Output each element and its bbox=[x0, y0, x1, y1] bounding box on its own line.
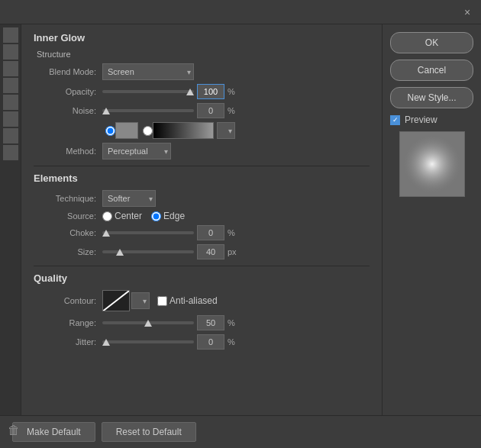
section-title-inner-glow: Inner Glow bbox=[34, 32, 370, 44]
sidebar-panel-item-6[interactable] bbox=[3, 111, 18, 127]
make-default-button[interactable]: Make Default bbox=[12, 422, 95, 442]
technique-row: Technique: Softer Precise bbox=[34, 190, 370, 207]
jitter-slider[interactable] bbox=[102, 340, 194, 343]
blend-mode-label: Blend Mode: bbox=[34, 67, 102, 76]
sidebar-panel-item-2[interactable] bbox=[3, 44, 18, 60]
radio-edge-input[interactable] bbox=[151, 211, 161, 221]
section-title-elements: Elements bbox=[34, 172, 370, 184]
preview-label: Preview bbox=[405, 114, 437, 125]
blend-mode-row: Blend Mode: Screen Normal Multiply Scree… bbox=[34, 63, 370, 80]
method-label: Method: bbox=[34, 147, 102, 156]
blend-mode-select-wrapper[interactable]: Screen Normal Multiply Screen Overlay bbox=[102, 63, 194, 80]
bottom-bar: Make Default Reset to Default 🗑 bbox=[0, 415, 481, 448]
choke-unit: % bbox=[228, 228, 240, 237]
color-swatch[interactable] bbox=[115, 122, 138, 139]
preview-image bbox=[399, 131, 465, 197]
noise-unit: % bbox=[228, 106, 240, 115]
technique-label: Technique: bbox=[34, 194, 102, 203]
opacity-slider[interactable] bbox=[102, 90, 194, 93]
jitter-unit: % bbox=[228, 337, 240, 346]
sub-title-structure: Structure bbox=[37, 50, 370, 59]
noise-slider[interactable] bbox=[102, 109, 194, 112]
radio-edge-label: Edge bbox=[163, 211, 185, 221]
cancel-button[interactable]: Cancel bbox=[390, 60, 473, 81]
sidebar-panel-item-4[interactable] bbox=[3, 78, 18, 93]
radio-solid-input[interactable] bbox=[105, 126, 115, 136]
jitter-row: Jitter: % bbox=[34, 334, 370, 350]
range-row: Range: % bbox=[34, 315, 370, 330]
contour-dropdown-wrapper[interactable] bbox=[131, 292, 150, 309]
divider-elements bbox=[34, 166, 370, 166]
dialog: × Inner Glow Structure Blend Mode: bbox=[0, 0, 481, 448]
right-panel: OK Cancel New Style... Preview bbox=[382, 24, 481, 415]
color-mode-row bbox=[34, 122, 370, 139]
range-input[interactable] bbox=[197, 315, 224, 330]
reset-to-default-button[interactable]: Reset to Default bbox=[102, 422, 196, 442]
close-button[interactable]: × bbox=[461, 6, 473, 18]
choke-slider[interactable] bbox=[102, 231, 194, 234]
radio-gradient-input[interactable] bbox=[143, 126, 153, 136]
preview-checkbox[interactable] bbox=[390, 115, 400, 125]
section-title-quality: Quality bbox=[34, 272, 370, 284]
noise-input[interactable] bbox=[197, 103, 224, 118]
sidebar-panel-item-1[interactable] bbox=[3, 27, 18, 43]
jitter-input[interactable] bbox=[197, 334, 224, 350]
left-sidebar bbox=[0, 24, 21, 415]
radio-center-label: Center bbox=[115, 211, 142, 221]
choke-label: Choke: bbox=[34, 228, 102, 237]
sidebar-panel-item-5[interactable] bbox=[3, 95, 18, 110]
size-row: Size: px bbox=[34, 244, 370, 259]
range-slider[interactable] bbox=[102, 321, 194, 324]
technique-select-wrapper[interactable]: Softer Precise bbox=[102, 190, 156, 207]
size-unit: px bbox=[228, 247, 240, 256]
trash-icon[interactable]: 🗑 bbox=[8, 424, 20, 437]
gradient-swatch[interactable] bbox=[153, 122, 214, 139]
blend-mode-select[interactable]: Screen Normal Multiply Screen Overlay bbox=[102, 63, 194, 80]
noise-label: Noise: bbox=[34, 106, 102, 115]
size-slider[interactable] bbox=[102, 250, 194, 253]
technique-select[interactable]: Softer Precise bbox=[102, 190, 156, 207]
radio-solid-color[interactable] bbox=[105, 126, 115, 136]
opacity-label: Opacity: bbox=[34, 87, 102, 96]
choke-input[interactable] bbox=[197, 225, 224, 240]
sidebar-panel-item-3[interactable] bbox=[3, 61, 18, 76]
source-row: Source: Center Edge bbox=[34, 211, 370, 221]
size-label: Size: bbox=[34, 247, 102, 256]
title-bar: × bbox=[0, 0, 481, 24]
sidebar-panel-item-7[interactable] bbox=[3, 128, 18, 143]
radio-center-input[interactable] bbox=[102, 211, 112, 221]
method-select[interactable]: Perceptual Saturation Luminosity bbox=[102, 143, 171, 160]
anti-aliased-input[interactable] bbox=[157, 296, 167, 306]
noise-row: Noise: % bbox=[34, 103, 370, 118]
range-label: Range: bbox=[34, 318, 102, 327]
contour-swatch[interactable] bbox=[102, 290, 130, 311]
opacity-unit: % bbox=[228, 87, 240, 96]
anti-aliased-check[interactable]: Anti-aliased bbox=[157, 295, 218, 306]
contour-label: Contour: bbox=[34, 296, 102, 305]
svg-point-2 bbox=[403, 136, 460, 192]
divider-quality bbox=[34, 266, 370, 266]
radio-edge[interactable]: Edge bbox=[151, 211, 185, 221]
jitter-label: Jitter: bbox=[34, 337, 102, 346]
choke-row: Choke: % bbox=[34, 225, 370, 240]
sidebar-panel-item-8[interactable] bbox=[3, 145, 18, 160]
method-select-wrapper[interactable]: Perceptual Saturation Luminosity bbox=[102, 143, 171, 160]
size-input[interactable] bbox=[197, 244, 224, 259]
anti-aliased-label: Anti-aliased bbox=[169, 295, 218, 306]
new-style-button[interactable]: New Style... bbox=[390, 87, 473, 108]
gradient-dropdown-wrapper[interactable] bbox=[217, 122, 235, 139]
gradient-dropdown[interactable] bbox=[217, 122, 235, 139]
method-row: Method: Perceptual Saturation Luminosity bbox=[34, 143, 370, 160]
radio-gradient[interactable] bbox=[143, 126, 153, 136]
contour-row: Contour: Anti-aliased bbox=[34, 290, 370, 311]
preview-row: Preview bbox=[390, 114, 473, 125]
main-content: Inner Glow Structure Blend Mode: Screen … bbox=[21, 24, 382, 415]
source-label: Source: bbox=[34, 211, 102, 221]
radio-center[interactable]: Center bbox=[102, 211, 142, 221]
opacity-row: Opacity: % bbox=[34, 84, 370, 99]
contour-dropdown[interactable] bbox=[131, 292, 150, 309]
opacity-input[interactable] bbox=[197, 84, 224, 99]
ok-button[interactable]: OK bbox=[390, 32, 473, 53]
range-unit: % bbox=[228, 318, 240, 327]
